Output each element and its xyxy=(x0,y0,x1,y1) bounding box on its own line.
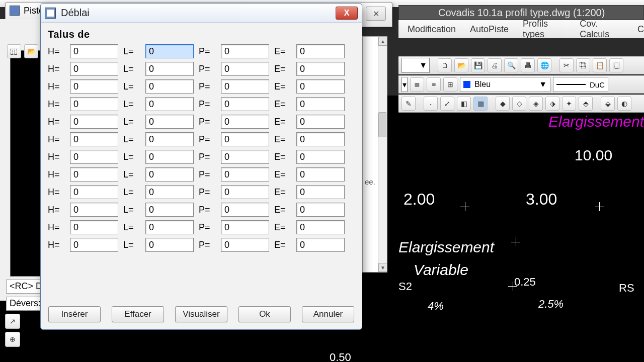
l-input[interactable] xyxy=(145,238,194,252)
scroll-down-icon[interactable]: ▼ xyxy=(378,263,387,272)
tool-l-icon[interactable]: ⬙ xyxy=(601,97,615,111)
left-tool-1-icon[interactable]: ↗ xyxy=(5,314,20,329)
cut-icon[interactable]: ✂ xyxy=(559,58,574,72)
dialog-titlebar[interactable]: Déblai X xyxy=(41,4,362,23)
tool-g-icon[interactable]: ◇ xyxy=(512,97,526,111)
h-input[interactable] xyxy=(70,62,118,76)
p-input[interactable] xyxy=(221,238,269,252)
layer-tool-3-icon[interactable]: ⊞ xyxy=(443,77,457,92)
l-input[interactable] xyxy=(145,185,194,199)
p-input[interactable] xyxy=(221,62,269,76)
l-input[interactable] xyxy=(145,203,194,217)
tool-d-icon[interactable]: ◧ xyxy=(457,97,471,111)
h-input[interactable] xyxy=(70,79,118,94)
l-input[interactable] xyxy=(145,167,194,182)
tool-j-icon[interactable]: ✦ xyxy=(562,97,576,111)
h-input[interactable] xyxy=(70,167,118,182)
print-icon[interactable]: 🖨 xyxy=(488,58,502,72)
p-input[interactable] xyxy=(221,79,269,94)
inserer-button[interactable]: Insérer xyxy=(48,306,101,322)
l-input[interactable] xyxy=(145,132,194,146)
paste-icon[interactable]: 📋 xyxy=(593,58,607,72)
layer-tool-2-icon[interactable]: ≡ xyxy=(427,77,441,92)
l-input[interactable] xyxy=(145,150,194,164)
tool-h-icon[interactable]: ◈ xyxy=(529,97,543,111)
tool-b-icon[interactable]: ⬪ xyxy=(424,97,438,111)
e-input[interactable] xyxy=(296,167,345,182)
piste-close-button[interactable]: ✕ xyxy=(366,7,386,21)
e-input[interactable] xyxy=(296,238,345,252)
tool-e-icon[interactable]: ▦ xyxy=(473,97,488,111)
menu-cov-calculs[interactable]: Cov. Calculs xyxy=(580,19,623,40)
match-icon[interactable]: ⿴ xyxy=(609,58,623,72)
open-icon[interactable]: 📂 xyxy=(454,58,468,72)
e-input[interactable] xyxy=(296,97,345,111)
mini-tool-1-icon[interactable]: ⿲ xyxy=(7,44,21,58)
p-input[interactable] xyxy=(221,185,269,199)
scrollbar-track[interactable]: ▲ ▼ xyxy=(378,37,387,272)
h-input[interactable] xyxy=(70,115,118,129)
p-input[interactable] xyxy=(221,132,269,146)
h-input[interactable] xyxy=(70,203,118,217)
l-input[interactable] xyxy=(145,44,194,58)
mini-tool-open-icon[interactable]: 📂 xyxy=(24,44,38,58)
e-input[interactable] xyxy=(296,44,345,58)
p-input[interactable] xyxy=(221,44,269,58)
dropdown-arrow[interactable]: ▾ xyxy=(401,77,408,92)
zoom-dropdown[interactable]: ▼ xyxy=(401,58,430,73)
menu-profils-types[interactable]: Profils types xyxy=(523,19,566,40)
h-input[interactable] xyxy=(70,150,118,164)
e-input[interactable] xyxy=(296,203,345,217)
h-input[interactable] xyxy=(70,220,118,234)
e-input[interactable] xyxy=(296,185,345,199)
l-input[interactable] xyxy=(145,220,194,234)
tool-k-icon[interactable]: ⬘ xyxy=(579,97,593,111)
h-input[interactable] xyxy=(70,97,118,111)
web-icon[interactable]: 🌐 xyxy=(537,58,551,72)
e-input[interactable] xyxy=(296,150,345,164)
p-input[interactable] xyxy=(221,97,269,111)
tool-c-icon[interactable]: ⤢ xyxy=(440,97,454,111)
visualiser-button[interactable]: Visualiser xyxy=(175,306,227,322)
scroll-up-icon[interactable]: ▲ xyxy=(378,37,387,46)
save-icon[interactable]: 💾 xyxy=(471,58,485,72)
copy-icon[interactable]: ⿻ xyxy=(576,58,590,72)
h-input[interactable] xyxy=(70,132,118,146)
tool-m-icon[interactable]: ◐ xyxy=(617,97,631,111)
preview-icon[interactable]: 🔍 xyxy=(504,58,518,72)
p-input[interactable] xyxy=(221,150,269,164)
p-input[interactable] xyxy=(221,115,269,129)
e-input[interactable] xyxy=(296,79,345,94)
h-input[interactable] xyxy=(70,238,118,252)
l-input[interactable] xyxy=(145,115,194,129)
publish-icon[interactable]: 🖶 xyxy=(521,58,535,72)
e-input[interactable] xyxy=(296,220,345,234)
l-input[interactable] xyxy=(145,62,194,76)
p-input[interactable] xyxy=(221,167,269,182)
annuler-button[interactable]: Annuler xyxy=(302,306,354,322)
e-input[interactable] xyxy=(296,62,345,76)
h-input[interactable] xyxy=(70,185,118,199)
layer-tool-1-icon[interactable]: ≣ xyxy=(410,77,424,92)
left-tool-2-icon[interactable]: ⊕ xyxy=(5,332,20,347)
effacer-button[interactable]: Effacer xyxy=(112,306,164,322)
new-icon[interactable]: 🗋 xyxy=(438,58,452,72)
scrollbar-thumb[interactable] xyxy=(378,112,386,137)
menu-extra[interactable]: C xyxy=(637,24,644,35)
dialog-close-button[interactable]: X xyxy=(336,7,358,20)
p-input[interactable] xyxy=(221,220,269,234)
e-input[interactable] xyxy=(296,132,345,146)
l-input[interactable] xyxy=(145,79,194,94)
menu-autopiste[interactable]: AutoPiste xyxy=(470,24,509,35)
linetype-dropdown[interactable]: DuC xyxy=(553,77,608,92)
p-input[interactable] xyxy=(221,203,269,217)
tool-i-icon[interactable]: ⬗ xyxy=(545,97,559,111)
l-input[interactable] xyxy=(145,97,194,111)
e-input[interactable] xyxy=(296,115,345,129)
tool-a-icon[interactable]: ✎ xyxy=(401,97,416,111)
h-input[interactable] xyxy=(70,44,118,58)
ok-button[interactable]: Ok xyxy=(238,306,291,322)
layer-color-dropdown[interactable]: Bleu ▼ xyxy=(460,77,550,92)
tool-f-icon[interactable]: ◆ xyxy=(496,97,510,111)
menu-modification[interactable]: Modification xyxy=(408,24,456,35)
